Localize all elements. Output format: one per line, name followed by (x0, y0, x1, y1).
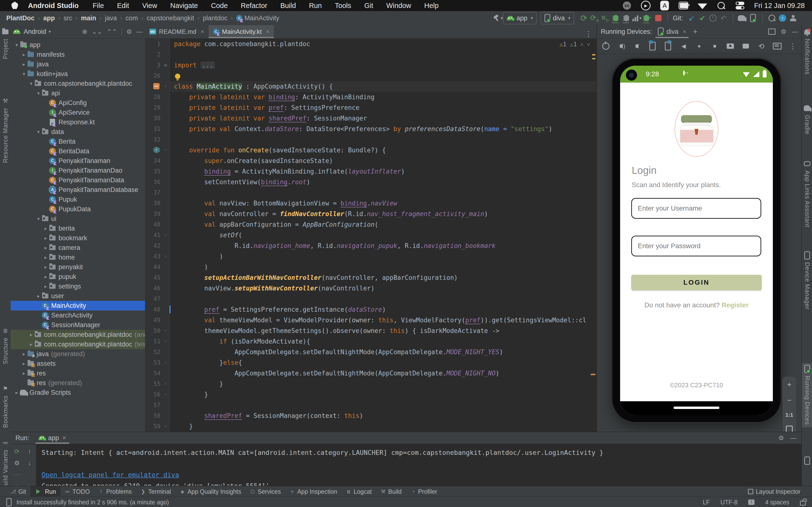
git-commit-button[interactable]: ✔ (697, 13, 708, 23)
code-line-45[interactable]: 45 setupActionBarWithNavController(navCo… (145, 272, 597, 283)
tree-item-gradle-scripts[interactable]: ▸Gradle Scripts (11, 388, 145, 397)
device-tab-diva[interactable]: diva × (655, 25, 689, 38)
fold-marker-icon[interactable]: ˄ (163, 389, 168, 400)
back-icon[interactable]: ◀ (679, 42, 688, 50)
zoom-out-button[interactable]: − (787, 396, 792, 404)
chevron-down-icon[interactable]: ▾ (49, 29, 51, 34)
tree-chevron-icon[interactable]: ▾ (35, 90, 42, 96)
more-icon[interactable]: ⋮ (789, 42, 797, 50)
menu-item-tools[interactable]: Tools (335, 2, 351, 10)
prev-problem-button[interactable]: ˄ (580, 41, 583, 48)
input-source-icon[interactable]: A (660, 1, 669, 10)
tree-item-java[interactable]: ▸java (11, 59, 145, 69)
menu-item-git[interactable]: Git (364, 2, 373, 10)
tree-chevron-icon[interactable]: ▸ (43, 225, 49, 231)
tree-item-berita[interactable]: CBerita (11, 137, 145, 146)
volume-down-icon[interactable] (633, 42, 641, 50)
code-line-52[interactable]: 52 AppCompatDelegate.setDefaultNightMode… (145, 347, 597, 357)
tree-chevron-icon[interactable]: ▸ (13, 390, 20, 395)
tool-window-problems[interactable]: !Problems (94, 486, 136, 497)
tree-item-penyakittanamandao[interactable]: IPenyakitTanamanDao (11, 166, 145, 175)
code-line-44[interactable]: 44 ) (145, 262, 597, 272)
right-strip-running-devices[interactable]: Running Devices (802, 363, 812, 427)
rotate-right-icon[interactable] (664, 42, 672, 50)
inspection-widget[interactable]: ⚠1 ⚠1 ˄ ˅ (559, 41, 590, 48)
tool-window-logcat[interactable]: ≣Logcat (342, 486, 376, 497)
left-strip-resource-manager[interactable]: ⚒Resource Manager (0, 98, 11, 163)
tree-chevron-icon[interactable]: ▸ (35, 293, 42, 299)
close-tab-icon[interactable]: × (201, 28, 204, 35)
tree-item-penyakit[interactable]: ▸penyakit (11, 262, 145, 272)
breadcrumb-item-plantdoc[interactable]: plantdoc (203, 14, 227, 22)
expand-all-button[interactable]: ⌄⌄ (92, 28, 102, 36)
fold-marker-icon[interactable]: ˅ (163, 81, 168, 92)
menu-item-edit[interactable]: Edit (117, 2, 129, 10)
editor-tab-mainactivity-kt[interactable]: CMainActivity.kt× (209, 25, 274, 38)
tree-item-bookmark[interactable]: ▸bookmark (11, 233, 145, 243)
code-line-36[interactable]: 36 setContentView(binding.root) (145, 177, 597, 187)
menu-bar-clock[interactable]: Fri 12 Jan 09.28 (754, 2, 805, 10)
device-select[interactable]: diva▾ (541, 12, 574, 24)
breadcrumb-item-com[interactable]: com (126, 14, 138, 22)
float-window-icon[interactable] (768, 29, 775, 35)
tree-item-settings[interactable]: ▸settings (11, 282, 145, 291)
run-tab-app[interactable]: app × (36, 432, 69, 444)
tree-chevron-icon[interactable]: ▾ (21, 71, 27, 77)
tree-item-penyakittanaman[interactable]: CPenyakitTanaman (11, 156, 145, 166)
fold-marker-icon[interactable]: ˅ (163, 336, 168, 347)
tree-item-assets[interactable]: ▸assets (11, 359, 145, 369)
spotlight-search-icon[interactable] (716, 1, 726, 10)
code-line-3[interactable]: 3⊞import ... (145, 60, 597, 70)
code-line-27[interactable]: 27˅<>class MainActivity : AppCompatActiv… (145, 81, 597, 92)
breadcrumb-item-capstonebangkit[interactable]: capstonebangkit (147, 14, 194, 22)
search-everywhere-button[interactable] (767, 13, 777, 23)
left-strip-build-variants[interactable]: ≔Build Variants (0, 439, 11, 490)
encoding-indicator[interactable]: UTF-8 (720, 499, 738, 506)
tree-item-response-kt[interactable]: ktResponse.kt (11, 117, 145, 127)
code-line-41[interactable]: 41˅ setOf( (145, 230, 597, 240)
run-configuration-select[interactable]: app▾ (503, 12, 537, 24)
code-line-28[interactable]: 28 private lateinit var binding: Activit… (145, 92, 597, 102)
tree-item-app[interactable]: ▾app (11, 40, 145, 50)
tool-window-build[interactable]: ⚒Build (376, 486, 406, 497)
tree-item-pupuk[interactable]: CPupuk (11, 194, 145, 204)
tree-item-com-capstonebangkit-plantdoc[interactable]: ▸com.capstonebangkit.plantdoc(androidTes… (11, 330, 145, 339)
battery-icon[interactable] (678, 1, 688, 10)
unlock-icon[interactable] (800, 501, 806, 506)
menu-item-refactor[interactable]: Refactor (241, 2, 267, 10)
record-video-icon[interactable] (742, 42, 750, 50)
restart-debug-button[interactable]: ↗ (642, 13, 653, 23)
code-line-56[interactable]: 56˄ } (145, 389, 597, 400)
menu-item-android-studio[interactable]: Android Studio (28, 2, 79, 10)
apply-code-changes-button[interactable]: ≡↻ (600, 13, 610, 23)
override-icon[interactable]: ↑ (153, 147, 159, 153)
editor-tab-readme-md[interactable]: MDREADME.md× (145, 25, 209, 38)
tree-item-penyakittanamandatabase[interactable]: APenyakitTanamanDatabase (11, 185, 145, 194)
code-line-26[interactable]: 26 (145, 70, 597, 81)
control-center-icon[interactable] (735, 1, 745, 10)
left-strip-structure[interactable]: ≣Structure (0, 327, 11, 364)
fold-marker-icon[interactable]: ˅ (163, 326, 168, 336)
left-strip-project[interactable]: Project (0, 29, 11, 59)
tree-item-berita[interactable]: ▸berita (11, 224, 145, 233)
snapshot-icon[interactable]: ⟲ (757, 42, 765, 50)
line-ending-indicator[interactable]: LF (703, 499, 710, 506)
right-strip-notifications[interactable]: Notifications (802, 29, 812, 74)
tree-chevron-icon[interactable]: ▾ (28, 80, 34, 87)
close-run-tab-icon[interactable]: × (62, 434, 66, 442)
run-console[interactable]: Starting: Intent { act=android.intent.ac… (36, 444, 801, 486)
tool-window-terminal[interactable]: ❯Terminal (136, 486, 175, 497)
tree-item-searchactivity[interactable]: CSearchActivity (11, 311, 145, 320)
tree-item-ui[interactable]: ▾ui (11, 214, 145, 224)
code-line-39[interactable]: 39 val navController = findNavController… (145, 209, 597, 219)
tree-item-camera[interactable]: ▸camera (11, 243, 145, 252)
code-line-34[interactable]: 34 super.onCreate(savedInstanceState) (145, 156, 597, 166)
tool-window-layout-inspector[interactable]: Layout Inspector (744, 486, 805, 497)
code-editor[interactable]: 1package com.capstonebangkit.plantdoc23⊞… (145, 39, 597, 432)
breadcrumb-item-java[interactable]: java (105, 14, 117, 22)
device-status-icon[interactable] (6, 500, 12, 505)
code-line-38[interactable]: 38 val navView: BottomNavigationView = b… (145, 198, 597, 209)
apply-changes-button[interactable]: ⟳A (589, 13, 600, 23)
add-device-button[interactable]: + (693, 27, 698, 36)
tree-chevron-icon[interactable]: ▸ (43, 274, 49, 280)
